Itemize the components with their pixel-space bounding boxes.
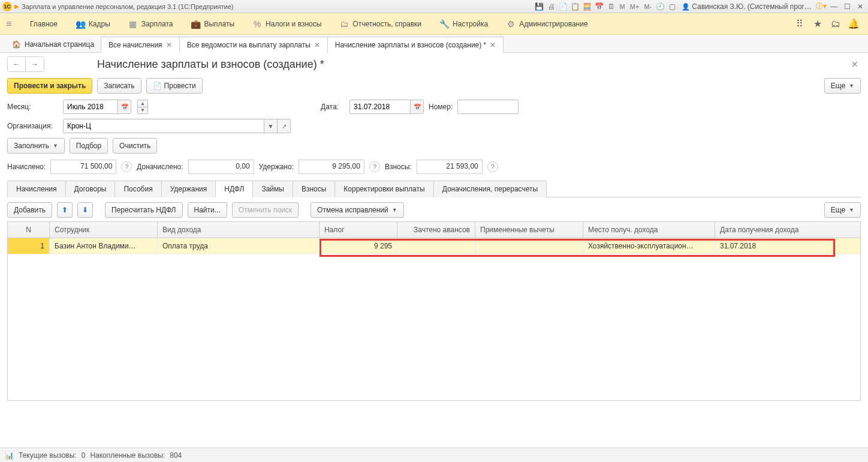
grid-body[interactable]: 1 Базин Антон Владими… Оплата труда 9 29…	[8, 238, 860, 400]
post-icon: 📄	[153, 82, 162, 90]
col-place[interactable]: Место получ. дохода	[583, 222, 715, 238]
find-button[interactable]: Найти...	[188, 202, 227, 218]
pick-button[interactable]: Подбор	[70, 138, 108, 154]
org-field[interactable]: ▼ ↗	[63, 119, 291, 133]
tab-all-sheets[interactable]: Все ведомости на выплату зарплаты✕	[179, 37, 328, 53]
org-label: Организация:	[7, 122, 58, 130]
col-advance[interactable]: Зачтено авансов	[397, 222, 475, 238]
print-icon[interactable]: 🖨	[547, 2, 556, 11]
date-field[interactable]: 📅	[349, 100, 424, 114]
doc-tab-3[interactable]: Удержания	[161, 181, 216, 197]
move-up-button[interactable]: ⬆	[57, 202, 73, 218]
cancel-fix-button[interactable]: Отмена исправлений▼	[311, 202, 404, 218]
calendar-icon[interactable]: 📅	[595, 2, 604, 11]
cell-n: 1	[8, 238, 50, 254]
panel-icon[interactable]: ▢	[667, 2, 677, 11]
tab-all-accruals[interactable]: Все начисления✕	[101, 37, 180, 53]
nav-back-button[interactable]: ←	[8, 57, 26, 71]
doc-tabs: НачисленияДоговорыПособияУдержанияНДФЛЗа…	[7, 180, 861, 197]
calendar-button[interactable]: 📅	[117, 100, 131, 113]
menu-admin[interactable]: ⚙Администрирование	[498, 16, 596, 32]
help-icon[interactable]: ?	[369, 161, 380, 172]
col-income-type[interactable]: Вид дохода	[158, 222, 320, 238]
info-icon[interactable]: ⓘ▾	[816, 2, 826, 11]
doc-tab-4[interactable]: НДФЛ	[215, 181, 253, 197]
history-icon[interactable]: 🗂	[827, 16, 844, 32]
cell-employee: Базин Антон Владими…	[50, 238, 158, 254]
clock-icon[interactable]: 🕘	[655, 2, 665, 11]
ndfl-grid: N Сотрудник Вид дохода Налог Зачтено ава…	[7, 221, 861, 401]
minimize-button[interactable]: —	[828, 2, 839, 11]
close-window-button[interactable]: ✕	[855, 2, 866, 11]
write-button[interactable]: Записать	[97, 78, 141, 94]
close-icon[interactable]: ✕	[314, 41, 320, 49]
calendar2-icon[interactable]: 🗓	[607, 2, 616, 11]
doc-tab-8[interactable]: Доначисления, перерасчеты	[433, 181, 547, 197]
contrib-value: 21 593,00	[417, 160, 483, 174]
spin-up[interactable]: ▲	[138, 100, 147, 107]
menu-reports[interactable]: 🗂Отчетность, справки	[331, 16, 430, 32]
tab-accrual-create[interactable]: Начисление зарплаты и взносов (создание)…	[327, 37, 504, 53]
calc-icon[interactable]: 🧮	[583, 2, 592, 11]
clear-button[interactable]: Очистить	[113, 138, 157, 154]
month-spinner[interactable]: ▲▼	[137, 100, 148, 114]
doc-tab-0[interactable]: Начисления	[7, 181, 66, 197]
col-employee[interactable]: Сотрудник	[50, 222, 158, 238]
org-input[interactable]	[64, 119, 264, 133]
maximize-button[interactable]: ☐	[842, 2, 852, 11]
mplus-button[interactable]: M+	[629, 3, 641, 10]
more-button[interactable]: Еще▼	[824, 78, 861, 94]
recalc-button[interactable]: Пересчитать НДФЛ	[105, 202, 182, 218]
doc-icon[interactable]: 📄	[559, 2, 568, 11]
post-close-button[interactable]: Провести и закрыть	[7, 78, 92, 94]
col-date[interactable]: Дата получения дохода	[715, 222, 829, 238]
menu-zarplata[interactable]: ▦Зарплата	[120, 16, 182, 32]
col-n[interactable]: N	[8, 222, 50, 238]
burger-icon[interactable]: ≡	[6, 19, 20, 29]
close-icon[interactable]: ✕	[166, 41, 172, 49]
user-label[interactable]: 👤 Савинская З.Ю. (Системный прог…	[679, 2, 814, 11]
spin-down[interactable]: ▼	[138, 107, 147, 114]
calendar-button[interactable]: 📅	[410, 100, 423, 113]
tab-home[interactable]: 🏠Начальная страница	[5, 37, 101, 52]
apps-icon[interactable]: ⠿	[791, 16, 808, 32]
doc-tab-7[interactable]: Корректировки выплаты	[334, 181, 433, 197]
copy-icon[interactable]: 📋	[571, 2, 580, 11]
page-close-button[interactable]: ✕	[849, 57, 861, 71]
save-icon[interactable]: 💾	[535, 2, 544, 11]
number-input[interactable]	[458, 100, 518, 113]
month-input[interactable]	[64, 100, 117, 113]
help-icon[interactable]: ?	[487, 161, 498, 172]
month-label: Месяц:	[7, 103, 58, 111]
col-tax[interactable]: Налог	[320, 222, 397, 238]
menu-main[interactable]: Главное	[22, 16, 66, 32]
fill-button[interactable]: Заполнить▼	[7, 138, 65, 154]
col-deductions[interactable]: Примененные вычеты	[475, 222, 583, 238]
nav-forward-button[interactable]: →	[26, 57, 44, 71]
menu-vyplaty[interactable]: 💼Выплаты	[182, 16, 243, 32]
mminus-button[interactable]: M-	[643, 3, 653, 10]
number-field[interactable]	[457, 100, 519, 114]
menu-kadry[interactable]: 👥Кадры	[67, 16, 119, 32]
chevron-down-icon: ▼	[849, 207, 854, 213]
m-button[interactable]: M	[619, 3, 626, 10]
close-icon[interactable]: ✕	[490, 41, 496, 49]
star-icon[interactable]: ★	[809, 16, 826, 32]
dropdown-button[interactable]: ▼	[264, 119, 277, 133]
table-more-button[interactable]: Еще▼	[824, 202, 861, 218]
post-button[interactable]: 📄Провести	[146, 78, 203, 94]
table-row[interactable]: 1 Базин Антон Владими… Оплата труда 9 29…	[8, 238, 860, 254]
bell-icon[interactable]: 🔔	[845, 16, 862, 32]
doc-tab-5[interactable]: Займы	[252, 181, 293, 197]
open-button[interactable]: ↗	[277, 119, 290, 133]
date-input[interactable]	[350, 100, 410, 113]
doc-tab-6[interactable]: Взносы	[293, 181, 335, 197]
menu-nalogi[interactable]: %Налоги и взносы	[244, 16, 330, 32]
move-down-button[interactable]: ⬇	[77, 202, 93, 218]
doc-tab-1[interactable]: Договоры	[65, 181, 116, 197]
month-field[interactable]: 📅	[63, 100, 131, 114]
menu-settings[interactable]: 🔧Настройка	[431, 16, 496, 32]
add-row-button[interactable]: Добавить	[7, 202, 52, 218]
help-icon[interactable]: ?	[121, 161, 132, 172]
doc-tab-2[interactable]: Пособия	[114, 181, 161, 197]
